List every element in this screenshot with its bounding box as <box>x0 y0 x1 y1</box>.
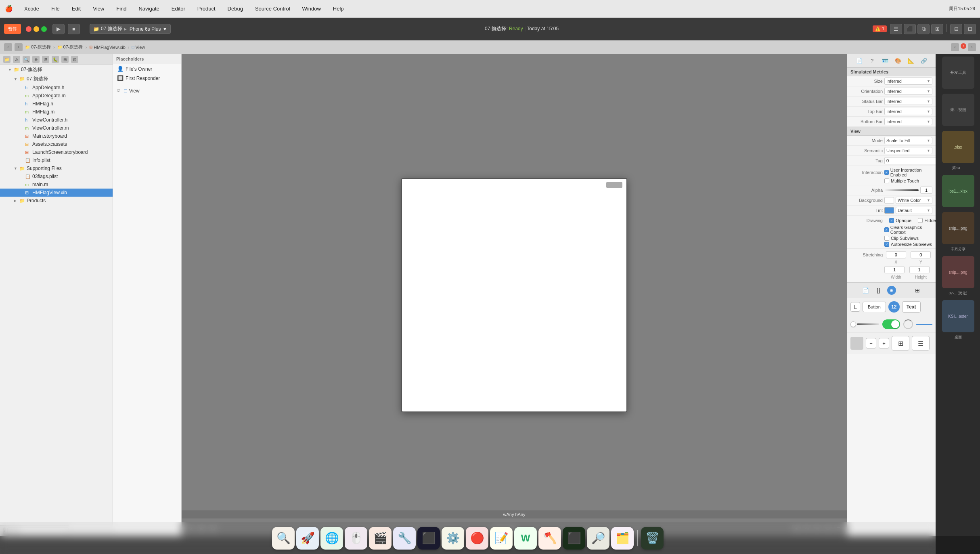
tint-color-swatch[interactable] <box>884 207 894 214</box>
view-checkbox[interactable]: ☑ <box>117 89 122 93</box>
menu-window[interactable]: Window <box>300 5 323 13</box>
breadcrumb-file[interactable]: ⊞ HMFlagView.xib <box>89 45 126 50</box>
orientation-dropdown[interactable]: Inferred ▼ <box>884 88 932 95</box>
dock-safari[interactable]: 🌐 <box>320 527 343 550</box>
breadcrumb-group[interactable]: 📁 07-旗选择 <box>57 44 83 50</box>
status-bar-dropdown[interactable]: Inferred ▼ <box>884 98 932 105</box>
alpha-input[interactable] <box>920 187 932 194</box>
tag-input[interactable] <box>884 157 936 164</box>
menu-edit[interactable]: Edit <box>69 5 83 13</box>
sidebar-item-products[interactable]: ▶ 📁 Products <box>0 197 113 205</box>
stretch-x-input[interactable] <box>886 251 906 258</box>
maximize-button[interactable] <box>41 26 47 32</box>
dock-tools[interactable]: 🔧 <box>393 527 416 550</box>
standard-editor-button[interactable]: ⬛ <box>904 24 916 34</box>
desktop-item-2[interactable]: 未…视图 <box>942 94 974 126</box>
jump-bar-left[interactable]: ‹ <box>951 43 959 51</box>
dock-finder[interactable]: 🔍 <box>272 527 295 550</box>
breadcrumb-project[interactable]: 📁 07-旗选择 <box>25 44 51 50</box>
sidebar-item-viewcontroller-h[interactable]: ▶ h ViewController.h <box>0 116 113 124</box>
sidebar-item-main-m[interactable]: ▶ m main.m <box>0 180 113 189</box>
menu-help[interactable]: Help <box>331 5 346 13</box>
navigator-icon-7[interactable]: ⊞ <box>61 56 69 63</box>
desktop-item-5[interactable]: snip....png <box>942 212 974 244</box>
sidebar-item-viewcontroller-m[interactable]: ▶ m ViewController.m <box>0 124 113 132</box>
scheme-selector[interactable]: 📁 07-旗选择 ▶ iPhone 6s Plus ▼ <box>90 24 171 34</box>
alpha-slider[interactable] <box>884 189 919 191</box>
widget-l-button[interactable]: L <box>850 302 860 312</box>
dock-launchpad[interactable]: 🚀 <box>296 527 319 550</box>
clip-subviews-checkbox[interactable] <box>884 236 889 241</box>
sidebar-item-03flags-plist[interactable]: ▶ 📋 03flags.plist <box>0 172 113 180</box>
debug-toggle-button[interactable]: ⊡ <box>964 24 976 34</box>
sidebar-item-hmflagview-xib[interactable]: ▶ ⊞ HMFlagView.xib <box>0 189 113 197</box>
error-badge[interactable]: ⚠️ 1 <box>873 25 887 32</box>
apple-menu[interactable]: 🍎 <box>5 5 13 13</box>
stop-button[interactable]: ■ <box>68 24 80 34</box>
dock-terminal-2[interactable]: ⬛ <box>563 527 585 550</box>
xib-first-responder[interactable]: 🔲 First Responder <box>113 73 181 83</box>
identity-inspector-icon[interactable]: 🪪 <box>881 57 889 65</box>
file-icon-5[interactable]: ⊞ <box>913 286 922 295</box>
background-color-swatch[interactable] <box>884 197 894 204</box>
menu-file[interactable]: File <box>49 5 62 13</box>
widget-minus-btn[interactable]: − <box>866 338 876 348</box>
stretch-width-input[interactable] <box>884 266 905 273</box>
widget-toggle[interactable] <box>882 319 900 329</box>
menu-navigate[interactable]: Navigate <box>136 5 161 13</box>
dock-terminal[interactable]: ⬛ <box>417 527 440 550</box>
pause-button[interactable]: 暂停 <box>4 24 21 34</box>
opaque-checkbox[interactable]: ✓ <box>889 218 894 223</box>
quick-help-icon[interactable]: ? <box>868 57 876 65</box>
dock-notes[interactable]: 📝 <box>490 527 513 550</box>
dock-trash[interactable]: 🗑️ <box>641 527 664 550</box>
clears-graphics-checkbox[interactable]: ✓ <box>884 227 889 232</box>
sidebar-item-project[interactable]: ▼ 📁 07-旗选择 <box>0 65 113 74</box>
nav-toggle-button[interactable]: ☰ <box>890 24 902 34</box>
sidebar-item-info-plist[interactable]: ▶ 📋 Info.plist <box>0 156 113 164</box>
xib-files-owner[interactable]: 👤 File's Owner <box>113 64 181 73</box>
menu-find[interactable]: Find <box>114 5 129 13</box>
sidebar-item-main-storyboard[interactable]: ▶ ⊞ Main.storyboard <box>0 132 113 140</box>
slider-knob[interactable] <box>850 321 856 327</box>
menu-source-control[interactable]: Source Control <box>253 5 293 13</box>
size-dropdown[interactable]: Inferred ▼ <box>884 78 932 85</box>
dock-axe[interactable]: 🪓 <box>538 527 561 550</box>
dock-preview[interactable]: 🗂️ <box>611 527 634 550</box>
device-canvas[interactable] <box>401 178 627 412</box>
bottom-bar-dropdown[interactable]: Inferred ▼ <box>884 118 932 125</box>
sidebar-item-appdelegate-h[interactable]: ▶ h AppDelegate.h <box>0 84 113 92</box>
run-button[interactable]: ▶ <box>52 24 65 34</box>
background-color-value[interactable]: White Color ▼ <box>896 197 932 204</box>
top-bar-dropdown[interactable]: Inferred ▼ <box>884 108 932 115</box>
breadcrumb-view[interactable]: □ View <box>132 45 145 50</box>
multiple-touch-checkbox[interactable] <box>884 178 889 183</box>
dock-system-prefs[interactable]: ⚙️ <box>442 527 464 550</box>
assistant-editor-button[interactable]: ⧉ <box>917 24 930 34</box>
user-interaction-checkbox[interactable]: ✓ <box>884 170 889 175</box>
widget-button-btn[interactable]: Button <box>863 302 886 312</box>
dock-pdf[interactable]: 🔴 <box>466 527 488 550</box>
xib-view-item[interactable]: ☑ □ View <box>113 86 181 95</box>
version-editor-button[interactable]: ⊞ <box>931 24 943 34</box>
mode-dropdown[interactable]: Scale To Fill ▼ <box>884 137 932 144</box>
autoresize-subviews-checkbox[interactable]: ✓ <box>884 242 889 247</box>
widget-plus-btn[interactable]: + <box>879 338 889 348</box>
file-icon-4[interactable]: — <box>900 286 909 295</box>
utility-toggle-button[interactable]: ⊟ <box>950 24 962 34</box>
dock-movie[interactable]: 🎬 <box>369 527 392 550</box>
connections-inspector-icon[interactable]: 🔗 <box>920 57 928 65</box>
file-icon-2[interactable]: {} <box>874 286 883 295</box>
semantic-dropdown[interactable]: Unspecified ▼ <box>884 147 932 154</box>
navigator-icon-4[interactable]: ⊕ <box>32 56 40 63</box>
desktop-item-7[interactable]: KSI…aster <box>942 300 974 332</box>
file-icon-3[interactable]: ⊕ <box>887 286 896 295</box>
menu-view[interactable]: View <box>90 5 107 13</box>
widget-grid-btn-1[interactable]: ⊞ <box>892 336 909 350</box>
minimize-button[interactable] <box>34 26 39 32</box>
navigator-icon-3[interactable]: 🔍 <box>23 56 30 63</box>
stretch-y-input[interactable] <box>911 251 931 258</box>
widget-grid-btn-2[interactable]: ☰ <box>912 336 930 350</box>
navigator-icon-8[interactable]: ⊡ <box>71 56 78 63</box>
dock-ql[interactable]: 🔎 <box>587 527 609 550</box>
